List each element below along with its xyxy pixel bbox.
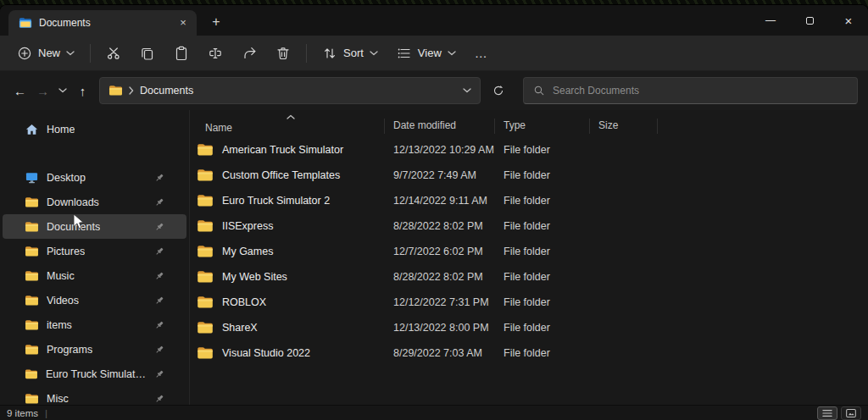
column-header-type[interactable]: Type	[495, 113, 590, 137]
details-view-button[interactable]	[817, 406, 837, 420]
titlebar[interactable]: Documents × + — ×	[0, 5, 868, 36]
tab-close-button[interactable]: ×	[175, 14, 192, 31]
status-divider: |	[45, 408, 47, 418]
file-row-roblox[interactable]: ROBLOX 12/12/2022 7:31 PM File folder	[197, 290, 868, 315]
column-headers: Name Date modified Type Size	[197, 113, 868, 137]
tab-documents[interactable]: Documents ×	[8, 10, 197, 36]
folder-icon	[25, 221, 39, 233]
sidebar-item-misc[interactable]: Misc	[3, 386, 186, 405]
folder-icon	[25, 270, 39, 282]
breadcrumb-chevron-icon	[129, 86, 134, 95]
sidebar-item-pictures[interactable]: Pictures	[3, 239, 186, 263]
pin-icon	[154, 296, 164, 306]
sidebar-item-items[interactable]: items	[3, 312, 186, 337]
rename-button[interactable]	[199, 40, 231, 67]
refresh-icon	[492, 85, 504, 97]
maximize-icon	[806, 17, 814, 25]
folder-icon	[197, 169, 214, 182]
copy-button[interactable]	[131, 40, 164, 67]
folder-icon	[25, 196, 39, 208]
sidebar-item-documents[interactable]: Documents	[3, 214, 186, 239]
chevron-down-icon	[66, 51, 75, 56]
command-bar: New Sort	[0, 36, 868, 71]
search-box[interactable]	[523, 77, 858, 104]
new-button[interactable]: New	[8, 40, 83, 67]
folder-icon	[197, 143, 214, 157]
up-button[interactable]: ↑	[71, 79, 94, 102]
file-row-my-games[interactable]: My Games 12/7/2022 6:02 PM File folder	[197, 239, 868, 264]
file-row-iisexpress[interactable]: IISExpress 8/28/2022 8:02 PM File folder	[197, 213, 868, 239]
breadcrumb-documents[interactable]: Documents	[140, 85, 193, 97]
file-row-american-truck-simulator[interactable]: American Truck Simulator 12/13/2022 10:2…	[197, 137, 868, 163]
close-button[interactable]: ×	[829, 5, 868, 36]
back-button[interactable]: ←	[8, 79, 31, 102]
address-dropdown-icon[interactable]	[463, 88, 471, 93]
pin-icon	[154, 345, 164, 355]
share-icon	[242, 46, 257, 61]
file-row-sharex[interactable]: ShareX 12/13/2022 8:00 PM File folder	[197, 315, 868, 340]
address-row: ← → ↑ Documents	[0, 71, 868, 110]
folder-icon	[197, 219, 214, 233]
sort-button[interactable]: Sort	[314, 40, 387, 67]
pin-icon	[154, 222, 164, 232]
folder-icon	[25, 295, 39, 307]
sidebar-item-programs[interactable]: Programs	[3, 337, 186, 362]
file-explorer-window: Documents × + — × New	[0, 5, 868, 420]
cut-button[interactable]	[97, 40, 130, 67]
pin-icon	[154, 394, 164, 404]
pin-icon	[154, 197, 164, 207]
delete-button[interactable]	[267, 40, 299, 67]
column-header-size[interactable]: Size	[590, 113, 658, 137]
more-options-button[interactable]: …	[466, 40, 497, 67]
share-button[interactable]	[233, 40, 265, 67]
file-rows: American Truck Simulator 12/13/2022 10:2…	[197, 137, 868, 366]
folder-icon	[197, 194, 214, 207]
address-bar[interactable]: Documents	[99, 77, 481, 104]
new-tab-button[interactable]: +	[205, 11, 227, 33]
window-controls: — ×	[751, 5, 868, 36]
maximize-button[interactable]	[790, 5, 829, 36]
forward-button[interactable]: →	[31, 79, 54, 102]
desktop-monitor-icon	[25, 172, 39, 184]
minimize-button[interactable]: —	[751, 5, 790, 36]
file-row-custom-office-templates[interactable]: Custom Office Templates 9/7/2022 7:49 AM…	[197, 163, 868, 188]
sidebar-item-downloads[interactable]: Downloads	[3, 190, 186, 214]
column-header-name[interactable]: Name	[197, 113, 385, 137]
file-row-my-web-sites[interactable]: My Web Sites 8/28/2022 8:02 PM File fold…	[197, 264, 868, 290]
details-view-icon	[821, 408, 833, 418]
file-row-euro-truck-simulator-2[interactable]: Euro Truck Simulator 2 12/14/2022 9:11 A…	[197, 188, 868, 213]
ellipsis-icon: …	[475, 46, 488, 60]
file-row-visual-studio-2022[interactable]: Visual Studio 2022 8/29/2022 7:03 AM Fil…	[197, 340, 868, 366]
search-input[interactable]	[553, 85, 848, 97]
folder-icon	[108, 85, 123, 97]
main-area: Home Desktop Downloads Documents	[0, 110, 868, 405]
folder-icon	[25, 246, 39, 257]
toolbar-divider	[90, 44, 91, 63]
column-header-date-modified[interactable]: Date modified	[385, 113, 495, 137]
recent-locations-button[interactable]	[54, 79, 71, 102]
sidebar-item-music[interactable]: Music	[3, 263, 186, 288]
pin-icon	[154, 271, 164, 281]
toolbar-divider	[306, 44, 307, 63]
sort-icon	[322, 46, 337, 61]
paste-button[interactable]	[165, 40, 198, 67]
sidebar-separator	[0, 141, 189, 165]
sidebar-item-desktop[interactable]: Desktop	[3, 165, 186, 190]
chevron-down-icon	[370, 51, 378, 56]
sidebar-item-videos[interactable]: Videos	[3, 288, 186, 312]
refresh-button[interactable]	[486, 79, 511, 102]
view-button-label: View	[418, 47, 442, 59]
folder-icon	[197, 245, 214, 258]
navigation-pane: Home Desktop Downloads Documents	[0, 110, 190, 405]
pin-icon	[154, 369, 164, 379]
folder-icon	[25, 319, 39, 331]
large-icons-view-button[interactable]	[841, 406, 861, 420]
sidebar-item-euro-truck-simulator-2[interactable]: Euro Truck Simulator 2	[3, 362, 186, 386]
explorer-icon	[19, 16, 32, 30]
sidebar-item-home[interactable]: Home	[3, 117, 186, 141]
folder-icon	[197, 346, 214, 360]
new-button-label: New	[38, 47, 60, 59]
large-icons-view-icon	[845, 408, 857, 418]
tab-title: Documents	[39, 17, 168, 29]
view-button[interactable]: View	[388, 40, 465, 67]
